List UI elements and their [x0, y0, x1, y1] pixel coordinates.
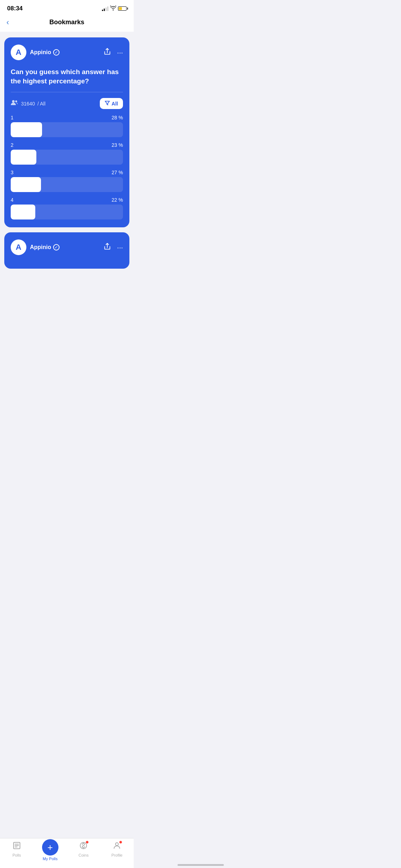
- share-button-2[interactable]: [103, 243, 111, 252]
- bar-id-3: 3: [11, 170, 14, 175]
- bar-item-3: 3 27 %: [11, 170, 123, 192]
- poll-card-2: A Appinio ✓ ···: [4, 232, 129, 269]
- svg-point-2: [15, 100, 17, 102]
- bar-track-1: [11, 122, 123, 137]
- bar-percent-3: 27 %: [112, 170, 123, 175]
- respondent-count: 31640: [21, 101, 35, 107]
- brand-name-1: Appinio: [30, 49, 51, 56]
- svg-point-1: [12, 100, 15, 103]
- bar-track-2: [11, 150, 123, 165]
- poll-question-1: Can you guess which answer has the highe…: [11, 67, 123, 86]
- filter-label: All: [112, 101, 118, 107]
- bar-item-4: 4 22 %: [11, 197, 123, 219]
- card-header-2: A Appinio ✓ ···: [11, 239, 123, 255]
- signal-icon: [102, 6, 108, 11]
- nav-header: ‹ Bookmarks: [0, 14, 134, 32]
- bar-item-2: 2 23 %: [11, 142, 123, 165]
- bars-container: 1 28 % 2 23 % 3 27 %: [11, 115, 123, 219]
- filter-icon: [105, 100, 110, 107]
- filter-button[interactable]: All: [100, 98, 123, 109]
- more-button-1[interactable]: ···: [117, 48, 123, 57]
- bar-fill-1: [11, 122, 42, 137]
- bar-percent-1: 28 %: [112, 115, 123, 120]
- bar-percent-2: 23 %: [112, 142, 123, 148]
- bar-fill-2: [11, 150, 36, 165]
- stats-row-1: 31640 / All All: [11, 98, 123, 109]
- battery-icon: [118, 6, 127, 11]
- bar-id-2: 2: [11, 142, 14, 148]
- status-bar: 08:34: [0, 0, 134, 14]
- card-header-1: A Appinio ✓ ···: [11, 45, 123, 60]
- poll-card-1: A Appinio ✓ ··· Can you guess which answ…: [4, 37, 129, 227]
- bar-track-4: [11, 205, 123, 219]
- status-time: 08:34: [7, 5, 22, 12]
- svg-marker-3: [105, 101, 109, 105]
- bar-track-3: [11, 177, 123, 192]
- people-icon: [11, 100, 19, 107]
- bar-fill-3: [11, 177, 41, 192]
- verified-icon-2: ✓: [53, 244, 60, 250]
- status-icons: [102, 6, 127, 11]
- bar-item-1: 1 28 %: [11, 115, 123, 137]
- bar-percent-4: 22 %: [112, 197, 123, 203]
- page-title: Bookmarks: [49, 19, 84, 26]
- wifi-icon: [110, 6, 116, 11]
- verified-icon-1: ✓: [53, 49, 60, 56]
- share-button-1[interactable]: [103, 48, 111, 57]
- bar-id-4: 4: [11, 197, 14, 203]
- brand-name-2: Appinio: [30, 244, 51, 250]
- back-button[interactable]: ‹: [6, 19, 9, 26]
- avatar-1: A: [11, 45, 26, 60]
- card-divider-1: [11, 92, 123, 92]
- bar-id-1: 1: [11, 115, 14, 120]
- more-button-2[interactable]: ···: [117, 243, 123, 252]
- avatar-2: A: [11, 239, 26, 255]
- content-area: A Appinio ✓ ··· Can you guess which answ…: [0, 32, 134, 297]
- bar-fill-4: [11, 205, 35, 219]
- respondent-suffix: / All: [37, 101, 46, 107]
